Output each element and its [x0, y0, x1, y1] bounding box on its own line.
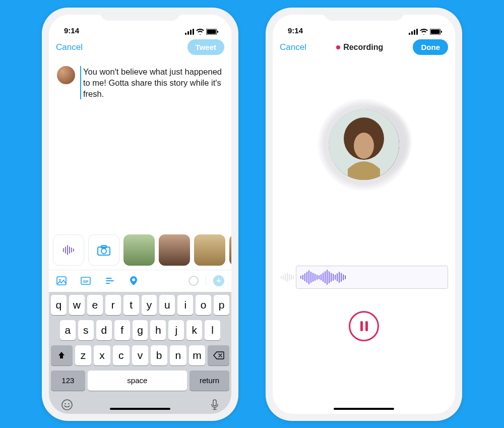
svg-point-24: [62, 400, 72, 410]
voice-tweet-button[interactable]: [53, 234, 84, 266]
status-icons: [185, 29, 218, 35]
location-icon[interactable]: [129, 275, 139, 286]
recording-navbar: Cancel Recording Done: [273, 36, 455, 59]
shift-icon: [57, 351, 66, 360]
svg-rect-27: [213, 400, 216, 406]
key-q[interactable]: q: [51, 295, 67, 315]
mic-icon: [210, 399, 219, 411]
svg-point-14: [101, 249, 106, 254]
svg-point-37: [354, 133, 374, 159]
poll-icon[interactable]: [104, 275, 115, 286]
pause-button[interactable]: [349, 311, 379, 341]
svg-text:GIF: GIF: [83, 280, 89, 283]
pause-icon: [365, 321, 368, 331]
recording-avatar: [324, 104, 404, 185]
waveform-track: [273, 266, 455, 289]
photo-thumbnail[interactable]: [194, 234, 225, 266]
key-z[interactable]: z: [75, 345, 92, 365]
cancel-button[interactable]: Cancel: [280, 42, 306, 52]
key-c[interactable]: c: [113, 345, 130, 365]
key-a[interactable]: a: [60, 320, 76, 340]
key-t[interactable]: t: [123, 295, 139, 315]
emoji-icon: [61, 399, 73, 411]
wifi-icon: [420, 29, 428, 35]
battery-icon: [206, 29, 218, 35]
key-i[interactable]: i: [177, 295, 193, 315]
phone-compose: 9:14 Cancel Tweet You won't believe what…: [42, 8, 238, 421]
toolbar-divider: [206, 275, 206, 286]
dictation-key[interactable]: [210, 399, 219, 411]
numeric-key[interactable]: 123: [51, 371, 85, 391]
key-d[interactable]: d: [96, 320, 112, 340]
svg-rect-30: [414, 30, 415, 35]
key-y[interactable]: y: [142, 295, 157, 315]
status-time: 9:14: [64, 26, 79, 35]
gif-icon[interactable]: GIF: [80, 275, 91, 286]
tweet-text-input[interactable]: You won't believe what just happened to …: [80, 66, 223, 100]
backspace-key[interactable]: [208, 345, 229, 365]
key-e[interactable]: e: [87, 295, 103, 315]
cellular-icon: [185, 29, 194, 35]
svg-rect-34: [441, 31, 442, 33]
key-u[interactable]: u: [159, 295, 175, 315]
key-n[interactable]: n: [170, 345, 186, 365]
done-button[interactable]: Done: [413, 39, 448, 55]
key-o[interactable]: o: [196, 295, 211, 315]
photo-thumbnail[interactable]: [229, 234, 231, 266]
avatar: [329, 109, 399, 180]
compose-navbar: Cancel Tweet: [49, 36, 231, 59]
key-l[interactable]: l: [205, 320, 220, 340]
cancel-button[interactable]: Cancel: [56, 42, 83, 52]
key-m[interactable]: m: [189, 345, 206, 365]
status-icons: [409, 29, 442, 35]
battery-icon: [430, 29, 442, 35]
svg-rect-2: [190, 30, 192, 35]
audio-wave-icon: [62, 244, 75, 256]
svg-rect-6: [217, 31, 218, 33]
emoji-key[interactable]: [61, 399, 73, 411]
svg-rect-1: [187, 31, 189, 35]
svg-rect-3: [193, 29, 194, 35]
shift-key[interactable]: [51, 345, 73, 365]
key-p[interactable]: p: [214, 295, 229, 315]
key-b[interactable]: b: [151, 345, 167, 365]
keyboard: qwertyuiop asdfghjkl zxcvbnm 123 space r…: [49, 292, 231, 414]
home-indicator: [334, 408, 394, 410]
add-thread-button[interactable]: +: [213, 275, 224, 286]
record-dot-icon: [336, 45, 340, 49]
tweet-button[interactable]: Tweet: [187, 39, 224, 55]
photo-thumbnail[interactable]: [159, 234, 190, 266]
home-indicator: [110, 408, 170, 410]
key-w[interactable]: w: [69, 295, 85, 315]
svg-rect-16: [57, 277, 66, 285]
backspace-icon: [213, 351, 224, 359]
char-count-circle: [188, 276, 199, 286]
notch: [100, 8, 180, 21]
svg-rect-28: [409, 33, 410, 35]
key-r[interactable]: r: [105, 295, 121, 315]
space-key[interactable]: space: [88, 371, 187, 391]
compose-toolbar: GIF +: [49, 270, 231, 292]
waveform-history: [273, 267, 296, 287]
key-j[interactable]: j: [168, 320, 184, 340]
key-k[interactable]: k: [186, 320, 202, 340]
key-v[interactable]: v: [132, 345, 149, 365]
camera-icon: [97, 244, 110, 256]
svg-rect-33: [431, 29, 440, 34]
image-icon[interactable]: [56, 275, 67, 286]
camera-button[interactable]: [88, 234, 119, 266]
return-key[interactable]: return: [190, 371, 229, 391]
wifi-icon: [196, 29, 204, 35]
svg-rect-0: [185, 33, 186, 35]
key-h[interactable]: h: [150, 320, 166, 340]
key-g[interactable]: g: [133, 320, 148, 340]
status-time: 9:14: [288, 26, 303, 35]
phone-recording: 9:14 Cancel Recording Done: [266, 8, 462, 421]
key-s[interactable]: s: [78, 320, 94, 340]
key-x[interactable]: x: [94, 345, 110, 365]
key-f[interactable]: f: [114, 320, 130, 340]
svg-rect-5: [207, 29, 216, 34]
svg-point-25: [65, 403, 66, 404]
photo-thumbnail[interactable]: [123, 234, 155, 266]
waveform-current[interactable]: [296, 266, 448, 289]
